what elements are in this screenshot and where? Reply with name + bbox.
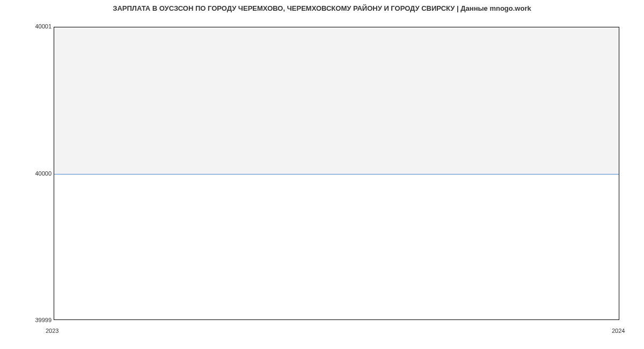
x-axis-tick: 2024 bbox=[612, 328, 625, 334]
y-axis-tick: 40001 bbox=[0, 23, 52, 30]
y-axis-tick: 40000 bbox=[0, 170, 52, 177]
x-axis-tick: 2023 bbox=[46, 328, 58, 334]
chart-plot-area bbox=[54, 27, 619, 320]
data-line bbox=[54, 174, 619, 174]
area-fill bbox=[54, 27, 619, 174]
y-axis-tick: 39999 bbox=[0, 317, 52, 323]
chart-title: ЗАРПЛАТА В ОУСЗСОН ПО ГОРОДУ ЧЕРЕМХОВО, … bbox=[0, 4, 644, 12]
